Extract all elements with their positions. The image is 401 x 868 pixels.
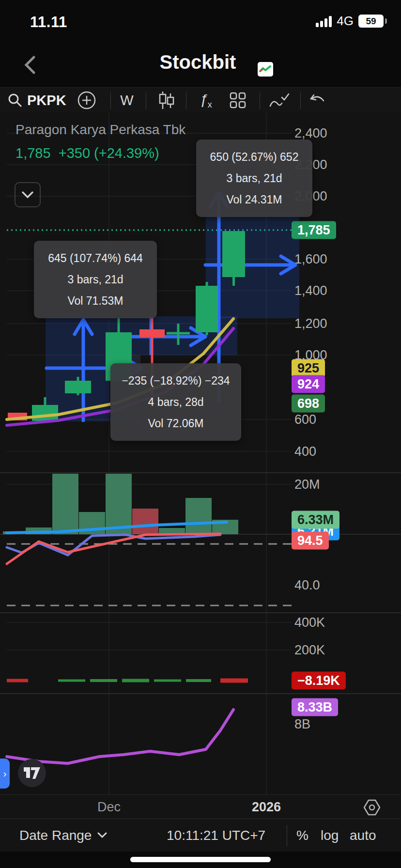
- chevron-down-icon: [21, 191, 34, 199]
- settings-button[interactable]: [362, 799, 382, 816]
- symbol-search-button[interactable]: PKPK: [8, 88, 66, 113]
- plus-circle-icon: [77, 90, 97, 110]
- chart-type-button[interactable]: [154, 88, 178, 113]
- draw-check-icon: [268, 92, 290, 109]
- signal-icon: [316, 16, 332, 27]
- drawer-handle[interactable]: ›: [0, 759, 10, 789]
- percent-scale-button[interactable]: %: [296, 819, 308, 852]
- stockbit-app: 11.11 4G 59 Stockbit PKPK: [0, 0, 401, 868]
- bottom-toolbar: Date Range 10:11:21 UTC+7 % log auto: [0, 819, 401, 852]
- battery-icon: 59: [358, 15, 384, 28]
- symbol-label: PKPK: [27, 93, 66, 108]
- undo-button[interactable]: [305, 88, 330, 113]
- compare-add-button[interactable]: [76, 88, 98, 113]
- stock-header: Paragon Karya Perkasa Tbk 1,785 +350 (+2…: [15, 122, 185, 161]
- stock-price: 1,785 +350 (+24.39%): [15, 145, 185, 161]
- last-price: 1,785: [15, 145, 51, 161]
- layout-button[interactable]: [225, 88, 251, 113]
- home-indicator[interactable]: [130, 857, 271, 862]
- tradingview-logo-icon[interactable]: [18, 759, 46, 787]
- search-icon: [8, 93, 22, 108]
- log-scale-button[interactable]: log: [321, 819, 339, 852]
- brand-title: Stockbit: [0, 51, 401, 73]
- clock-label[interactable]: 10:11:21 UTC+7: [167, 819, 265, 852]
- settings-hex-icon: [362, 799, 382, 816]
- status-time: 11.11: [30, 14, 67, 31]
- date-range-button[interactable]: Date Range: [19, 819, 107, 852]
- time-axis-label: Dec: [97, 800, 121, 815]
- app-header: Stockbit: [0, 43, 401, 87]
- chevron-down-icon: [97, 832, 107, 838]
- chart-area: 2,4002,2002,0001,6001,4001,2001,00060040…: [0, 112, 401, 794]
- layout-grid-icon: [229, 92, 247, 109]
- collapse-legend-button[interactable]: [15, 182, 41, 207]
- indicators-button[interactable]: ƒx: [193, 88, 219, 113]
- time-axis[interactable]: Dec2026: [0, 794, 401, 819]
- chart-canvas[interactable]: [0, 112, 401, 794]
- price-change: +350 (+24.39%): [59, 145, 159, 161]
- candlestick-icon: [157, 91, 175, 110]
- chart-toolbar: PKPK W ƒx: [0, 87, 401, 113]
- interval-button[interactable]: W: [115, 88, 139, 113]
- stockbit-logo-icon: [258, 62, 273, 77]
- drawing-tools-button[interactable]: [265, 88, 293, 113]
- status-bar: 11.11 4G 59: [0, 0, 401, 43]
- chevron-right-icon: ›: [3, 768, 7, 779]
- time-axis-label: 2026: [252, 800, 281, 815]
- function-fx-icon: ƒx: [200, 91, 212, 110]
- network-type: 4G: [337, 14, 354, 29]
- stock-name: Paragon Karya Perkasa Tbk: [15, 122, 185, 138]
- auto-scale-button[interactable]: auto: [350, 819, 376, 852]
- undo-icon: [309, 92, 326, 108]
